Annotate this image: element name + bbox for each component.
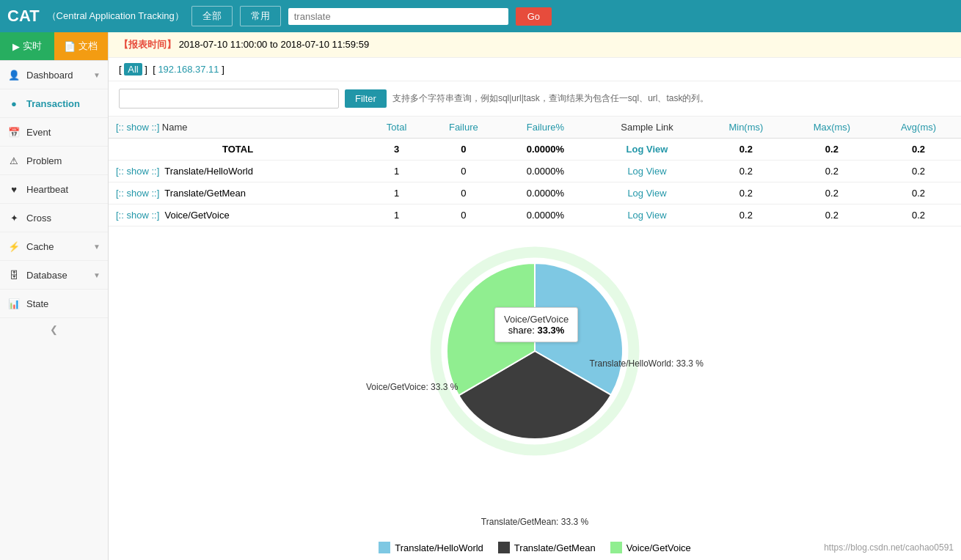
total-failure-pct: 0.0000%	[501, 139, 590, 161]
collapse-sidebar-button[interactable]: ❮	[0, 318, 108, 341]
log-view-link[interactable]: Log View	[626, 144, 668, 155]
nav-all-button[interactable]: 全部	[191, 6, 233, 26]
go-button[interactable]: Go	[516, 7, 552, 26]
sidebar-item-label: Transaction	[26, 98, 80, 109]
table-row: [:: show ::] Voice/GetVoice 1 0 0.0000% …	[109, 205, 961, 226]
name-header: Name	[162, 122, 188, 133]
row-max: 0.2	[788, 161, 876, 183]
row-min: 0.2	[704, 161, 788, 183]
bracket-end: ]	[222, 64, 224, 75]
person-icon: 👤	[7, 68, 21, 81]
pie-chart-svg	[425, 241, 645, 461]
sidebar-item-transaction[interactable]: ● Transaction	[0, 89, 108, 118]
nav-common-button[interactable]: 常用	[240, 6, 281, 26]
row-name-cell: [:: show ::] Translate/HelloWorld	[109, 161, 367, 183]
filter-button[interactable]: Filter	[345, 89, 387, 108]
all-link[interactable]: All	[124, 63, 142, 75]
row-name-cell: [:: show ::] Voice/GetVoice	[109, 205, 367, 226]
sidebar-item-label: Problem	[26, 155, 62, 166]
show-link[interactable]: [:: show ::]	[116, 188, 159, 199]
sidebar-item-label: Dashboard	[26, 70, 73, 81]
log-view-link[interactable]: Log View	[627, 188, 666, 199]
legend-label-hello: Translate/HelloWorld	[395, 542, 483, 553]
row-total: 1	[367, 183, 426, 205]
sidebar-item-label: Cross	[26, 213, 51, 224]
row-total: 1	[367, 205, 426, 226]
report-time-value: 2018-07-10 11:00:00 to 2018-07-10 11:59:…	[179, 39, 370, 50]
sidebar-item-heartbeat[interactable]: ♥ Heartbeat	[0, 175, 108, 204]
pie-label-hello: Translate/HelloWorld: 33.3 %	[590, 358, 704, 369]
log-view-link[interactable]: Log View	[627, 210, 666, 221]
total-label: TOTAL	[109, 139, 367, 161]
legend-color-voice	[610, 542, 622, 553]
row-min: 0.2	[704, 183, 788, 205]
app-header: CAT （Central Application Tracking） 全部 常用…	[0, 0, 961, 32]
chart-area: Voice/GetVoice: 33.3 % Translate/HelloWo…	[109, 226, 961, 560]
breadcrumb: [ All ] [ 192.168.37.11 ]	[109, 58, 961, 81]
sidebar-item-cache[interactable]: ⚡ Cache ▼	[0, 232, 108, 261]
sidebar-item-database[interactable]: 🗄 Database ▼	[0, 261, 108, 290]
row-sample[interactable]: Log View	[590, 161, 704, 183]
chevron-down-icon: ▼	[93, 271, 101, 279]
report-time-bar: 【报表时间】 2018-07-10 11:00:00 to 2018-07-10…	[109, 32, 961, 58]
sidebar-item-event[interactable]: 📅 Event	[0, 118, 108, 147]
log-view-link[interactable]: Log View	[627, 166, 666, 177]
row-max: 0.2	[788, 183, 876, 205]
sidebar-item-problem[interactable]: ⚠ Problem	[0, 147, 108, 175]
col-max-header: Max(ms)	[788, 117, 876, 139]
ip-link[interactable]: 192.168.37.11	[158, 64, 219, 75]
problem-icon: ⚠	[7, 154, 21, 167]
row-sample[interactable]: Log View	[590, 205, 704, 226]
filter-hint: 支持多个字符串查询，例如sql|url|task，查询结果为包含任一sql、ur…	[392, 92, 709, 105]
row-avg: 0.2	[876, 161, 961, 183]
col-failure-header: Failure	[426, 117, 501, 139]
row-total: 1	[367, 161, 426, 183]
realtime-button[interactable]: ▶ 实时	[0, 32, 54, 60]
total-max: 0.2	[788, 139, 876, 161]
cat-title: CAT	[7, 7, 40, 26]
sidebar-item-state[interactable]: 📊 State	[0, 290, 108, 318]
total-total: 3	[367, 139, 426, 161]
row-sample[interactable]: Log View	[590, 183, 704, 205]
report-time-label: 【报表时间】	[119, 39, 176, 50]
docs-icon: 📄	[64, 41, 76, 52]
sidebar-item-dashboard[interactable]: 👤 Dashboard ▼	[0, 61, 108, 89]
cat-subtitle: （Central Application Tracking）	[47, 10, 184, 23]
legend-item-hello: Translate/HelloWorld	[379, 542, 483, 553]
row-failure-pct: 0.0000%	[501, 183, 590, 205]
legend-color-hello	[379, 542, 390, 553]
heart-icon: ♥	[7, 183, 21, 196]
docs-button[interactable]: 📄 文档	[54, 32, 109, 60]
transaction-table: [:: show ::] Name Total Failure Failure%…	[109, 117, 961, 226]
sidebar-item-cross[interactable]: ✦ Cross	[0, 204, 108, 232]
show-link[interactable]: [:: show ::]	[116, 166, 159, 177]
legend-label-mean: Translate/GetMean	[514, 542, 596, 553]
legend-item-mean: Translate/GetMean	[498, 542, 596, 553]
row-failure: 0	[426, 161, 501, 183]
total-sample[interactable]: Log View	[590, 139, 704, 161]
pie-label-voice: Voice/GetVoice: 33.3 %	[366, 382, 458, 392]
show-link[interactable]: [:: show ::]	[116, 210, 159, 221]
sidebar-item-label: Heartbeat	[26, 184, 68, 195]
col-min-header: Min(ms)	[704, 117, 788, 139]
row-failure: 0	[426, 205, 501, 226]
total-failure: 0	[426, 139, 501, 161]
search-input[interactable]	[288, 8, 508, 25]
pie-chart-wrapper: Voice/GetVoice: 33.3 % Translate/HelloWo…	[351, 241, 718, 534]
total-avg: 0.2	[876, 139, 961, 161]
show-link-header[interactable]: [:: show ::]	[116, 122, 162, 133]
cross-icon: ✦	[7, 211, 21, 224]
realtime-icon: ▶	[12, 41, 20, 52]
sidebar-top-buttons: ▶ 实时 📄 文档	[0, 32, 108, 61]
row-avg: 0.2	[876, 183, 961, 205]
row-avg: 0.2	[876, 205, 961, 226]
circle-icon: ●	[7, 97, 21, 110]
pie-label-mean: Translate/GetMean: 33.3 %	[481, 517, 588, 527]
main-content: 【报表时间】 2018-07-10 11:00:00 to 2018-07-10…	[109, 32, 961, 560]
chevron-down-icon: ▼	[93, 243, 101, 251]
filter-input[interactable]	[119, 89, 339, 108]
row-name-cell: [:: show ::] Translate/GetMean	[109, 183, 367, 205]
row-min: 0.2	[704, 205, 788, 226]
legend-label-voice: Voice/GetVoice	[626, 542, 691, 553]
sidebar-item-label: Cache	[26, 241, 54, 252]
